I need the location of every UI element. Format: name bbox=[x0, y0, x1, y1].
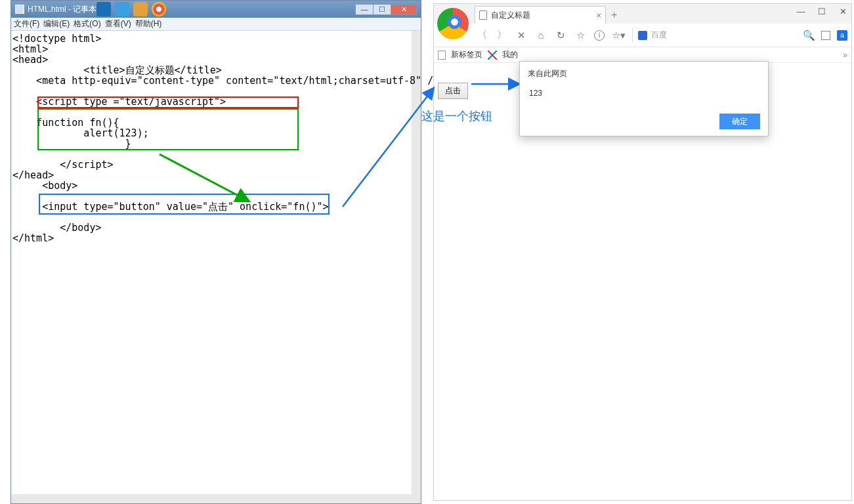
close-button[interactable]: ✕ bbox=[391, 4, 417, 15]
star-icon[interactable]: ☆ bbox=[574, 30, 586, 41]
baidu-icon bbox=[638, 31, 647, 40]
menu-format[interactable]: 格式(O) bbox=[74, 18, 100, 30]
notepad-content[interactable]: <!doctype html> <html> <head> <title>自定义… bbox=[11, 31, 421, 503]
page-click-button[interactable]: 点击 bbox=[438, 83, 468, 99]
menu-file[interactable]: 文件(F) bbox=[14, 18, 39, 30]
forward-icon[interactable]: 〉 bbox=[496, 30, 507, 41]
home-icon[interactable]: ⌂ bbox=[535, 30, 547, 41]
new-tab-button[interactable]: + bbox=[611, 9, 617, 21]
search-icon[interactable]: 🔍 bbox=[803, 30, 815, 41]
alert-title: 来自此网页 bbox=[528, 68, 760, 79]
notepad-title: HTML.html - 记事本 bbox=[28, 4, 356, 15]
tab-close-icon[interactable]: × bbox=[596, 10, 601, 20]
browser-toolbar: 〈 〉 ✕ ⌂ ↻ ☆ i ☆▾ 百度 🔍 a bbox=[434, 24, 851, 47]
translate-icon[interactable]: a bbox=[837, 30, 847, 41]
browser-tab[interactable]: 自定义标题 × bbox=[475, 6, 606, 24]
notepad-titlebar[interactable]: HTML.html - 记事本 — ☐ ✕ bbox=[11, 1, 421, 18]
menu-edit[interactable]: 编辑(E) bbox=[43, 18, 70, 30]
minimize-button[interactable]: — bbox=[355, 4, 374, 15]
maximize-button[interactable]: ☐ bbox=[816, 7, 828, 16]
close-button[interactable]: ✕ bbox=[837, 7, 849, 16]
favorite-icon[interactable]: ☆▾ bbox=[612, 30, 624, 41]
back-icon[interactable]: 〈 bbox=[476, 30, 488, 41]
document-icon bbox=[479, 10, 487, 20]
taskbar-icons bbox=[96, 2, 166, 16]
highlight-input bbox=[39, 194, 330, 215]
tab-title: 自定义标题 bbox=[491, 10, 530, 21]
bookmarks-more-icon[interactable]: » bbox=[843, 51, 847, 60]
alert-message: 123 bbox=[529, 89, 760, 98]
info-icon[interactable]: i bbox=[594, 30, 605, 41]
menu-view[interactable]: 查看(V) bbox=[105, 18, 131, 30]
browser-window-controls: — ☐ ✕ bbox=[795, 7, 849, 16]
window-controls: — ☐ ✕ bbox=[356, 4, 417, 15]
notepad-icon bbox=[15, 5, 24, 14]
alert-ok-button[interactable]: 确定 bbox=[719, 114, 760, 129]
bookmark-newtab[interactable]: 新标签页 bbox=[451, 49, 482, 60]
browser-tabbar: 自定义标题 × + — ☐ ✕ bbox=[434, 4, 851, 24]
highlight-function bbox=[37, 108, 299, 150]
notepad-menu: 文件(F) 编辑(E) 格式(O) 查看(V) 帮助(H) bbox=[11, 18, 421, 31]
minimize-button[interactable]: — bbox=[795, 7, 807, 16]
browser-window: 自定义标题 × + — ☐ ✕ 〈 〉 ✕ ⌂ ↻ ☆ i ☆▾ 百度 🔍 a … bbox=[433, 3, 852, 501]
browser-page: 点击 来自此网页 123 确定 你点击按钮会弹出这个页面 这个页面的内容就是 a… bbox=[434, 63, 851, 496]
highlight-script-open bbox=[37, 96, 299, 108]
bookmark-mine[interactable]: 我的 bbox=[502, 49, 518, 60]
maximize-button[interactable]: ☐ bbox=[373, 4, 391, 15]
bookmark-x-icon bbox=[488, 51, 497, 60]
address-bar[interactable]: 百度 bbox=[632, 28, 737, 43]
bookmark-icon bbox=[438, 51, 446, 60]
annotation-button-label: 这是一个按钮 bbox=[421, 108, 492, 124]
address-placeholder: 百度 bbox=[651, 30, 667, 41]
menu-help[interactable]: 帮助(H) bbox=[135, 18, 162, 30]
alert-dialog: 来自此网页 123 确定 bbox=[519, 61, 769, 136]
notepad-window: HTML.html - 记事本 — ☐ ✕ 文件(F) 编辑(E) 格式(O) … bbox=[11, 0, 421, 504]
reload-icon[interactable]: ↻ bbox=[555, 30, 566, 41]
extension-icon[interactable] bbox=[821, 31, 830, 40]
browser-logo-icon[interactable] bbox=[437, 8, 469, 39]
stop-icon[interactable]: ✕ bbox=[515, 30, 527, 41]
